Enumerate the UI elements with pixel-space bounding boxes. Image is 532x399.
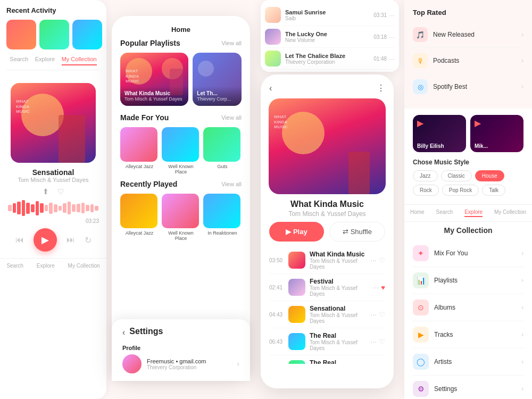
style-house[interactable]: House (475, 170, 504, 181)
top-rated-title: Top Rated (413, 9, 523, 16)
recent-item-2[interactable]: In Reaktionen (203, 194, 242, 241)
menu-new-released[interactable]: 🎵 New Released › (413, 22, 523, 48)
right-nav: Home Search Explore My Collection (404, 204, 532, 222)
track-1-more[interactable]: ··· (373, 283, 379, 292)
tracks-panel: Samui Sunrise Saib 03:31 ··· The Lucky O… (261, 0, 399, 72)
track-list-item-1[interactable]: The Lucky One New Volume 03:18 ··· (265, 26, 395, 48)
track-3-more[interactable]: ··· (370, 337, 377, 346)
nav-my-collection[interactable]: My Collection (62, 56, 97, 65)
track-more-1[interactable]: ··· (389, 33, 395, 41)
right-nav-search[interactable]: Search (436, 209, 453, 217)
settings-mini: ‹ Settings Profile Freemusic • gmail.com… (112, 319, 250, 381)
collection-albums[interactable]: ⊙ Albums › (413, 294, 523, 321)
profile-arrow-icon[interactable]: › (237, 360, 239, 368)
album-track-3[interactable]: 06:43 The Real Tom Misch & Yussef Dayes … (269, 328, 385, 355)
phone-home-header: Home (112, 16, 250, 39)
track-1-heart[interactable]: ♥ (381, 284, 385, 292)
repeat-button[interactable]: ↻ (85, 235, 92, 245)
spotify-best-icon: ◎ (413, 79, 428, 94)
artist-card-mik[interactable]: ▶ Mik... (470, 115, 523, 152)
prev-button[interactable]: ⏮ (15, 235, 24, 245)
collection-artists[interactable]: ◯ Artists › (413, 348, 523, 376)
settings-profile: Freemusic • gmail.com Thievery Corporati… (122, 354, 239, 373)
album-track-1[interactable]: 02:41 Festival Tom Misch & Yussef Dayes … (269, 274, 385, 301)
track-list-item-2[interactable]: Let The Chalice Blaze Thievery Corporati… (265, 48, 395, 70)
mix-for-you-icon: ✦ (413, 245, 429, 261)
style-talk[interactable]: Talk (482, 185, 505, 196)
collection-mix-for-you[interactable]: ✦ Mix For You › (413, 240, 523, 267)
made-item-1[interactable]: Well Known Place (162, 127, 200, 174)
album-track-list: 03:50 What Kinda Music Tom Misch & Yusse… (261, 247, 394, 364)
new-released-icon: 🎵 (413, 27, 428, 42)
collection-tracks[interactable]: ▶ Tracks › (413, 321, 523, 348)
playlist-card-1[interactable]: WHATKINDAMUSIC What Kinda Music Tom Misc… (120, 53, 188, 106)
album-track-0[interactable]: 03:50 What Kinda Music Tom Misch & Yusse… (269, 247, 385, 274)
collection-settings[interactable]: ⚙ Settings › (413, 376, 523, 399)
artist-card-billy[interactable]: ▶ Billy Eilish (413, 115, 466, 152)
recently-view-all[interactable]: View all (221, 181, 242, 187)
right-nav-home[interactable]: Home (410, 209, 425, 217)
recent-item-1[interactable]: Well Known Place (162, 194, 200, 241)
thumb-2 (39, 20, 69, 49)
card1-title: What Kinda Music (124, 90, 184, 96)
playlist-card-2[interactable]: Let Th... Thievery Corp... (193, 53, 242, 106)
right-nav-collection[interactable]: My Collection (494, 209, 526, 217)
popular-view-all[interactable]: View all (221, 40, 242, 46)
next-button[interactable]: ⏭ (66, 235, 75, 245)
made-view-all[interactable]: View all (221, 114, 242, 121)
made-item-2[interactable]: Guts (203, 127, 242, 174)
share-icon[interactable]: ⬆ (43, 187, 49, 196)
album-track-4[interactable]: 03:21 The Real Tom Misch & Yussef Dayes … (269, 355, 385, 364)
recently-section: Recently Played View all Alleycat Jazz W… (112, 180, 250, 241)
mix-for-you-arrow: › (521, 250, 523, 257)
recent-thumbs (6, 20, 100, 49)
left-nav: Search Explore My Collection (6, 56, 100, 70)
made-for-section: Made For You View all Alleycat Jazz Well… (112, 113, 250, 174)
settings-title: Settings (129, 327, 163, 336)
heart-icon[interactable]: ♡ (57, 187, 64, 196)
track-more-2[interactable]: ··· (389, 55, 395, 63)
style-classic[interactable]: Classic (441, 170, 472, 181)
track-list-item-0[interactable]: Samui Sunrise Saib 03:31 ··· (265, 4, 395, 26)
track-0-more[interactable]: ··· (370, 256, 377, 264)
settings-back-button[interactable]: ‹ (122, 328, 125, 337)
track-0-heart[interactable]: ♡ (379, 256, 385, 264)
recent-item-0[interactable]: Alleycat Jazz (120, 194, 159, 241)
bottom-my-collection[interactable]: My Collection (68, 263, 100, 269)
recent-activity-title: Recent Activity (6, 6, 100, 14)
album-detail-artist: Tom Misch & Yussef Dayes (269, 210, 385, 218)
right-panel: Top Rated 🎵 New Released › 🎙 Podcasts › … (404, 0, 532, 399)
track-2-heart[interactable]: ♡ (379, 311, 385, 319)
track-3-heart[interactable]: ♡ (379, 338, 385, 346)
player-actions: ⬆ ♡ (0, 187, 106, 196)
profile-avatar (122, 354, 142, 373)
collection-playlists[interactable]: 📊 Playlists › (413, 267, 523, 294)
center-album-panel: ‹ ⋮ WHATKINDAMUSIC What Kinda Music Tom … (261, 74, 394, 388)
albums-arrow: › (521, 304, 523, 311)
featured-artists: ▶ Billy Eilish ▶ Mik... (404, 109, 532, 159)
menu-spotify-best[interactable]: ◎ Spotify Best › (413, 74, 523, 100)
nav-search[interactable]: Search (10, 56, 28, 65)
album-play-button[interactable]: ▶ Play (269, 222, 324, 242)
bottom-explore[interactable]: Explore (37, 263, 55, 269)
album-back-button[interactable]: ‹ (269, 84, 272, 93)
bottom-search[interactable]: Search (6, 263, 23, 269)
nav-explore[interactable]: Explore (35, 56, 55, 65)
made-item-0[interactable]: Alleycat Jazz (120, 127, 159, 174)
style-jazz[interactable]: Jazz (413, 170, 438, 181)
playlists-icon: 📊 (413, 272, 429, 288)
play-button[interactable]: ▶ (34, 228, 57, 252)
album-track-2[interactable]: 04:43 Sensational Tom Misch & Yussef Day… (269, 301, 385, 328)
album-title: Sensational (0, 168, 106, 177)
album-more-icon[interactable]: ⋮ (377, 83, 385, 93)
style-pop-rock[interactable]: Pop Rock (442, 185, 479, 196)
podcasts-arrow: › (521, 57, 523, 64)
track-more-0[interactable]: ··· (389, 11, 395, 19)
settings-arrow: › (521, 385, 523, 393)
style-rock[interactable]: Rock (413, 185, 439, 196)
track-2-more[interactable]: ··· (370, 310, 377, 319)
right-nav-explore[interactable]: Explore (464, 209, 483, 217)
profile-label: Profile (122, 345, 239, 351)
menu-podcasts[interactable]: 🎙 Podcasts › (413, 48, 523, 74)
album-shuffle-button[interactable]: ⇄ Shuffle (329, 222, 385, 242)
